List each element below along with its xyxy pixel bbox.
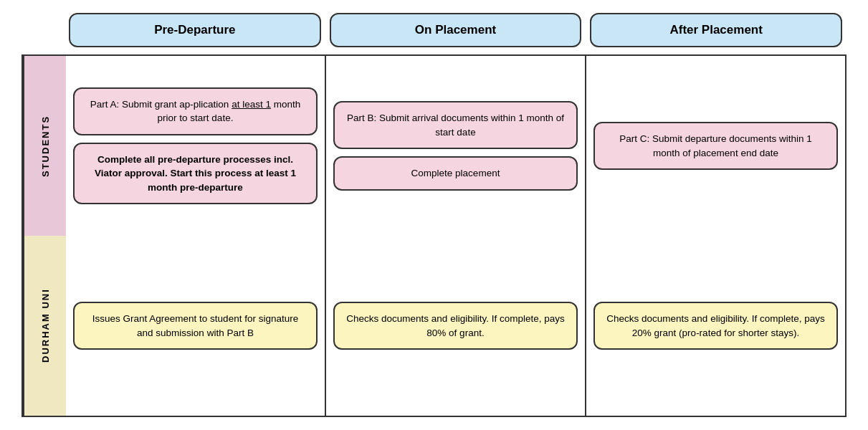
durham-afterplacement-cell: Checks documents and eligibility. If com… [586, 236, 845, 416]
students-predeparture-cell: Part A: Submit grant ap-plication at lea… [66, 56, 326, 236]
durham-row: DURHAM UNI Issues Grant Agreement to stu… [22, 236, 846, 417]
part-a-card: Part A: Submit grant ap-plication at lea… [73, 87, 318, 135]
part-c-card: Part C: Submit departure documents withi… [593, 122, 838, 170]
durham-label: DURHAM UNI [23, 236, 66, 416]
complete-placement-card: Complete placement [333, 156, 578, 191]
checks-80-card: Checks documents and eligibility. If com… [333, 302, 578, 350]
students-onplacement-cell: Part B: Submit arrival documents within … [326, 56, 586, 236]
predep-process-card: Complete all pre-departure processes inc… [73, 143, 318, 205]
main-container: Pre-Departure On Placement After Placeme… [0, 0, 868, 430]
afterplacement-header: After Placement [590, 13, 842, 47]
students-row: STUDENTS Part A: Submit grant ap-plicati… [22, 54, 846, 236]
durham-predeparture-cell: Issues Grant Agreement to student for si… [66, 236, 326, 416]
checks-20-card: Checks documents and eligibility. If com… [593, 302, 838, 350]
underline-text: at least 1 [232, 99, 271, 110]
part-b-card: Part B: Submit arrival documents within … [333, 101, 578, 149]
predeparture-header: Pre-Departure [69, 13, 321, 47]
students-label: STUDENTS [23, 56, 66, 236]
issues-grant-card: Issues Grant Agreement to student for si… [73, 302, 318, 350]
onplacement-header: On Placement [330, 13, 582, 47]
content-area: STUDENTS Part A: Submit grant ap-plicati… [22, 54, 846, 417]
header-row: Pre-Departure On Placement After Placeme… [65, 13, 846, 47]
students-afterplacement-cell: Part C: Submit departure documents withi… [586, 56, 845, 236]
durham-onplacement-cell: Checks documents and eligibility. If com… [326, 236, 586, 416]
